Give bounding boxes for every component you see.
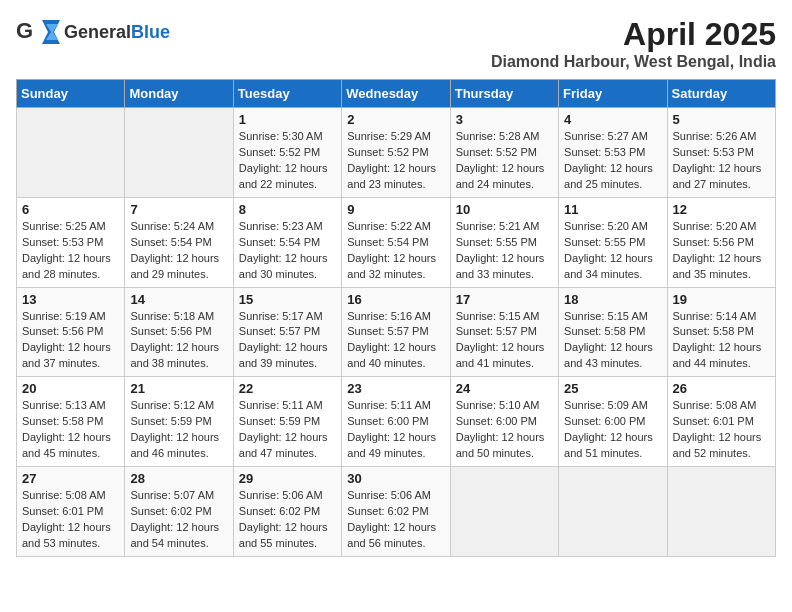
calendar-cell: 19Sunrise: 5:14 AM Sunset: 5:58 PM Dayli… xyxy=(667,287,775,377)
day-info: Sunrise: 5:19 AM Sunset: 5:56 PM Dayligh… xyxy=(22,309,119,373)
day-number: 17 xyxy=(456,292,553,307)
day-info: Sunrise: 5:15 AM Sunset: 5:57 PM Dayligh… xyxy=(456,309,553,373)
day-number: 7 xyxy=(130,202,227,217)
calendar-cell: 12Sunrise: 5:20 AM Sunset: 5:56 PM Dayli… xyxy=(667,197,775,287)
calendar-cell: 1Sunrise: 5:30 AM Sunset: 5:52 PM Daylig… xyxy=(233,108,341,198)
day-number: 24 xyxy=(456,381,553,396)
calendar-cell: 17Sunrise: 5:15 AM Sunset: 5:57 PM Dayli… xyxy=(450,287,558,377)
day-info: Sunrise: 5:17 AM Sunset: 5:57 PM Dayligh… xyxy=(239,309,336,373)
svg-marker-2 xyxy=(46,24,58,40)
day-info: Sunrise: 5:14 AM Sunset: 5:58 PM Dayligh… xyxy=(673,309,770,373)
weekday-header-tuesday: Tuesday xyxy=(233,80,341,108)
month-title: April 2025 xyxy=(491,16,776,53)
day-number: 4 xyxy=(564,112,661,127)
day-info: Sunrise: 5:10 AM Sunset: 6:00 PM Dayligh… xyxy=(456,398,553,462)
calendar-cell: 16Sunrise: 5:16 AM Sunset: 5:57 PM Dayli… xyxy=(342,287,450,377)
svg-text:G: G xyxy=(16,18,33,43)
day-info: Sunrise: 5:30 AM Sunset: 5:52 PM Dayligh… xyxy=(239,129,336,193)
calendar-cell: 3Sunrise: 5:28 AM Sunset: 5:52 PM Daylig… xyxy=(450,108,558,198)
calendar-cell: 13Sunrise: 5:19 AM Sunset: 5:56 PM Dayli… xyxy=(17,287,125,377)
calendar-cell: 2Sunrise: 5:29 AM Sunset: 5:52 PM Daylig… xyxy=(342,108,450,198)
day-number: 11 xyxy=(564,202,661,217)
calendar-cell: 22Sunrise: 5:11 AM Sunset: 5:59 PM Dayli… xyxy=(233,377,341,467)
weekday-header-saturday: Saturday xyxy=(667,80,775,108)
day-info: Sunrise: 5:11 AM Sunset: 6:00 PM Dayligh… xyxy=(347,398,444,462)
day-info: Sunrise: 5:20 AM Sunset: 5:56 PM Dayligh… xyxy=(673,219,770,283)
day-info: Sunrise: 5:24 AM Sunset: 5:54 PM Dayligh… xyxy=(130,219,227,283)
day-info: Sunrise: 5:23 AM Sunset: 5:54 PM Dayligh… xyxy=(239,219,336,283)
day-info: Sunrise: 5:13 AM Sunset: 5:58 PM Dayligh… xyxy=(22,398,119,462)
day-info: Sunrise: 5:28 AM Sunset: 5:52 PM Dayligh… xyxy=(456,129,553,193)
calendar-cell: 18Sunrise: 5:15 AM Sunset: 5:58 PM Dayli… xyxy=(559,287,667,377)
calendar-body: 1Sunrise: 5:30 AM Sunset: 5:52 PM Daylig… xyxy=(17,108,776,557)
calendar-cell: 14Sunrise: 5:18 AM Sunset: 5:56 PM Dayli… xyxy=(125,287,233,377)
day-info: Sunrise: 5:06 AM Sunset: 6:02 PM Dayligh… xyxy=(239,488,336,552)
calendar-cell: 15Sunrise: 5:17 AM Sunset: 5:57 PM Dayli… xyxy=(233,287,341,377)
calendar-cell: 6Sunrise: 5:25 AM Sunset: 5:53 PM Daylig… xyxy=(17,197,125,287)
day-info: Sunrise: 5:22 AM Sunset: 5:54 PM Dayligh… xyxy=(347,219,444,283)
day-info: Sunrise: 5:29 AM Sunset: 5:52 PM Dayligh… xyxy=(347,129,444,193)
day-info: Sunrise: 5:08 AM Sunset: 6:01 PM Dayligh… xyxy=(22,488,119,552)
calendar-cell: 29Sunrise: 5:06 AM Sunset: 6:02 PM Dayli… xyxy=(233,467,341,557)
calendar-cell: 27Sunrise: 5:08 AM Sunset: 6:01 PM Dayli… xyxy=(17,467,125,557)
day-number: 12 xyxy=(673,202,770,217)
day-info: Sunrise: 5:15 AM Sunset: 5:58 PM Dayligh… xyxy=(564,309,661,373)
day-number: 23 xyxy=(347,381,444,396)
day-number: 3 xyxy=(456,112,553,127)
calendar-week-3: 13Sunrise: 5:19 AM Sunset: 5:56 PM Dayli… xyxy=(17,287,776,377)
day-number: 27 xyxy=(22,471,119,486)
logo-general: General xyxy=(64,22,131,42)
calendar-cell xyxy=(17,108,125,198)
calendar-cell: 11Sunrise: 5:20 AM Sunset: 5:55 PM Dayli… xyxy=(559,197,667,287)
day-number: 22 xyxy=(239,381,336,396)
location-title: Diamond Harbour, West Bengal, India xyxy=(491,53,776,71)
calendar-cell: 23Sunrise: 5:11 AM Sunset: 6:00 PM Dayli… xyxy=(342,377,450,467)
logo-blue: Blue xyxy=(131,22,170,42)
day-number: 29 xyxy=(239,471,336,486)
calendar-week-1: 1Sunrise: 5:30 AM Sunset: 5:52 PM Daylig… xyxy=(17,108,776,198)
calendar-cell xyxy=(559,467,667,557)
calendar-cell: 30Sunrise: 5:06 AM Sunset: 6:02 PM Dayli… xyxy=(342,467,450,557)
calendar-cell: 24Sunrise: 5:10 AM Sunset: 6:00 PM Dayli… xyxy=(450,377,558,467)
day-info: Sunrise: 5:26 AM Sunset: 5:53 PM Dayligh… xyxy=(673,129,770,193)
day-number: 10 xyxy=(456,202,553,217)
day-number: 6 xyxy=(22,202,119,217)
day-number: 28 xyxy=(130,471,227,486)
calendar-cell: 8Sunrise: 5:23 AM Sunset: 5:54 PM Daylig… xyxy=(233,197,341,287)
day-number: 8 xyxy=(239,202,336,217)
title-area: April 2025 Diamond Harbour, West Bengal,… xyxy=(491,16,776,71)
day-info: Sunrise: 5:07 AM Sunset: 6:02 PM Dayligh… xyxy=(130,488,227,552)
day-number: 16 xyxy=(347,292,444,307)
calendar-week-5: 27Sunrise: 5:08 AM Sunset: 6:01 PM Dayli… xyxy=(17,467,776,557)
day-info: Sunrise: 5:06 AM Sunset: 6:02 PM Dayligh… xyxy=(347,488,444,552)
calendar-week-2: 6Sunrise: 5:25 AM Sunset: 5:53 PM Daylig… xyxy=(17,197,776,287)
day-number: 1 xyxy=(239,112,336,127)
day-info: Sunrise: 5:27 AM Sunset: 5:53 PM Dayligh… xyxy=(564,129,661,193)
day-info: Sunrise: 5:25 AM Sunset: 5:53 PM Dayligh… xyxy=(22,219,119,283)
calendar-cell: 10Sunrise: 5:21 AM Sunset: 5:55 PM Dayli… xyxy=(450,197,558,287)
weekday-header-thursday: Thursday xyxy=(450,80,558,108)
day-number: 14 xyxy=(130,292,227,307)
day-number: 13 xyxy=(22,292,119,307)
day-info: Sunrise: 5:08 AM Sunset: 6:01 PM Dayligh… xyxy=(673,398,770,462)
day-info: Sunrise: 5:09 AM Sunset: 6:00 PM Dayligh… xyxy=(564,398,661,462)
weekday-header-friday: Friday xyxy=(559,80,667,108)
calendar-week-4: 20Sunrise: 5:13 AM Sunset: 5:58 PM Dayli… xyxy=(17,377,776,467)
day-info: Sunrise: 5:12 AM Sunset: 5:59 PM Dayligh… xyxy=(130,398,227,462)
logo-icon: G xyxy=(16,16,60,48)
day-number: 26 xyxy=(673,381,770,396)
calendar-cell: 5Sunrise: 5:26 AM Sunset: 5:53 PM Daylig… xyxy=(667,108,775,198)
day-info: Sunrise: 5:16 AM Sunset: 5:57 PM Dayligh… xyxy=(347,309,444,373)
calendar-cell: 28Sunrise: 5:07 AM Sunset: 6:02 PM Dayli… xyxy=(125,467,233,557)
calendar-cell xyxy=(450,467,558,557)
calendar-cell xyxy=(125,108,233,198)
day-info: Sunrise: 5:21 AM Sunset: 5:55 PM Dayligh… xyxy=(456,219,553,283)
calendar-cell: 7Sunrise: 5:24 AM Sunset: 5:54 PM Daylig… xyxy=(125,197,233,287)
day-number: 21 xyxy=(130,381,227,396)
logo: G GeneralBlue xyxy=(16,16,170,48)
calendar-table: SundayMondayTuesdayWednesdayThursdayFrid… xyxy=(16,79,776,557)
day-number: 20 xyxy=(22,381,119,396)
weekday-header-wednesday: Wednesday xyxy=(342,80,450,108)
day-number: 15 xyxy=(239,292,336,307)
calendar-header: SundayMondayTuesdayWednesdayThursdayFrid… xyxy=(17,80,776,108)
